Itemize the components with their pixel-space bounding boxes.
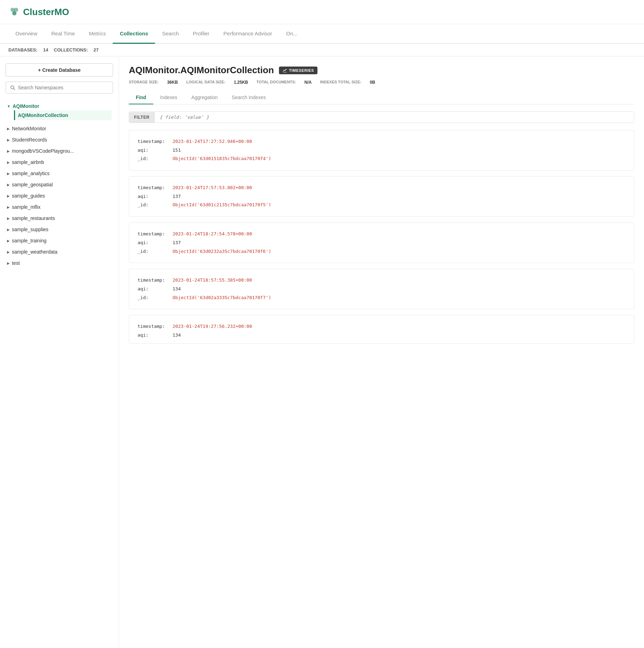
db-name-aqimonitor: AQIMonitor: [13, 103, 39, 109]
nav-item-performance-advisor[interactable]: Performance Advisor: [216, 24, 279, 44]
search-namespaces-input[interactable]: [18, 85, 108, 90]
db-header-studentrecords[interactable]: ▶ StudentRecords: [7, 137, 112, 143]
database-list: ▼ AQIMonitor AQIMonitorCollection ▶ Netw…: [6, 101, 113, 269]
logo: ClusterMO: [8, 6, 69, 18]
documents-list: timestamp: 2023-01-24T17:27:52.946+00:00…: [129, 130, 634, 344]
db-item-sample-restaurants[interactable]: ▶ sample_restaurants: [6, 213, 113, 224]
sub-tabs: Find Indexes Aggregation Search Indexes: [129, 91, 634, 104]
doc-key-aqi-5: aqi:: [138, 331, 173, 340]
nav-item-collections[interactable]: Collections: [113, 24, 155, 44]
chevron-right-icon-2: ▶: [7, 138, 10, 142]
db-item-studentrecords[interactable]: ▶ StudentRecords: [6, 134, 113, 145]
doc-field-aqi-3: aqi: 137: [138, 239, 625, 247]
db-item-sample-supplies[interactable]: ▶ sample_supplies: [6, 224, 113, 235]
db-name-sample-training: sample_training: [12, 238, 47, 243]
databases-count: 14: [43, 47, 48, 53]
nav-item-metrics[interactable]: Metrics: [82, 24, 113, 44]
svg-line-4: [14, 89, 15, 90]
db-header-sample-airbnb[interactable]: ▶ sample_airbnb: [7, 159, 112, 165]
layout: + Create Database ▼ AQIMonitor AQIMonito…: [0, 56, 644, 648]
db-name-sample-supplies: sample_supplies: [12, 227, 48, 232]
chevron-right-icon-5: ▶: [7, 172, 10, 175]
chevron-right-icon-12: ▶: [7, 250, 10, 254]
db-item-sample-training[interactable]: ▶ sample_training: [6, 235, 113, 246]
db-header-sample-analytics[interactable]: ▶ sample_analytics: [7, 171, 112, 176]
sidebar: + Create Database ▼ AQIMonitor AQIMonito…: [0, 56, 119, 648]
doc-value-timestamp-5: 2023-01-24T19:27:56.232+00:00: [173, 322, 252, 331]
db-header-sample-restaurants[interactable]: ▶ sample_restaurants: [7, 215, 112, 221]
nav-item-search[interactable]: Search: [155, 24, 186, 44]
db-header-networkmonitor[interactable]: ▶ NetworkMonitor: [7, 126, 112, 131]
tab-search-indexes[interactable]: Search Indexes: [225, 91, 273, 104]
document-card-5: timestamp: 2023-01-24T19:27:56.232+00:00…: [129, 315, 634, 343]
create-database-button[interactable]: + Create Database: [6, 63, 113, 77]
db-item-sample-weatherdata[interactable]: ▶ sample_weatherdata: [6, 246, 113, 257]
db-header-mongodbvscode[interactable]: ▶ mongodbVSCodePlaygrou...: [7, 148, 112, 154]
doc-key-id-3: _id:: [138, 247, 173, 256]
collection-header: AQIMonitor.AQIMonitorCollection TIMESERI…: [129, 65, 634, 76]
db-name-test: test: [12, 260, 20, 266]
doc-key-id: _id:: [138, 154, 173, 163]
filter-button[interactable]: FILTER: [129, 112, 155, 123]
doc-value-id-4: ObjectId('63d02a3335c7bdcaa70170f7'): [173, 294, 271, 302]
total-docs-val: N/A: [304, 80, 312, 85]
total-docs-label: TOTAL DOCUMENTS:: [257, 80, 296, 85]
doc-value-aqi-1: 151: [173, 146, 181, 155]
db-header-sample-weatherdata[interactable]: ▶ sample_weatherdata: [7, 249, 112, 255]
tab-indexes[interactable]: Indexes: [153, 91, 184, 104]
main-content: AQIMonitor.AQIMonitorCollection TIMESERI…: [119, 56, 644, 648]
doc-value-aqi-4: 134: [173, 285, 181, 294]
collection-list-aqimonitor: AQIMonitorCollection: [14, 110, 112, 120]
doc-field-id-4: _id: ObjectId('63d02a3335c7bdcaa70170f7'…: [138, 294, 625, 302]
collection-title: AQIMonitor.AQIMonitorCollection: [129, 65, 274, 76]
doc-field-timestamp-3: timestamp: 2023-01-24T18:27:54.578+00:00: [138, 230, 625, 239]
document-card-4: timestamp: 2023-01-24T18:57:55.385+00:00…: [129, 269, 634, 309]
db-item-sample-guides[interactable]: ▶ sample_guides: [6, 190, 113, 201]
db-header-test[interactable]: ▶ test: [7, 260, 112, 266]
nav-item-overview[interactable]: Overview: [8, 24, 44, 44]
db-header-aqimonitor[interactable]: ▼ AQIMonitor: [7, 103, 112, 109]
nav-item-profiler[interactable]: Profiler: [186, 24, 217, 44]
doc-key-id-2: _id:: [138, 201, 173, 209]
nav-item-more[interactable]: On...: [279, 24, 305, 44]
main-nav: Overview Real Time Metrics Collections S…: [0, 24, 644, 44]
db-name-sample-geospatial: sample_geospatial: [12, 182, 53, 187]
db-header-sample-mflix[interactable]: ▶ sample_mflix: [7, 204, 112, 210]
doc-key-aqi-4: aqi:: [138, 285, 173, 294]
search-namespaces-box[interactable]: [6, 82, 113, 94]
meta-bar: STORAGE SIZE: 36KB LOGICAL DATA SIZE: 1.…: [129, 80, 634, 85]
db-item-sample-analytics[interactable]: ▶ sample_analytics: [6, 168, 113, 179]
doc-key-aqi-3: aqi:: [138, 239, 173, 247]
chevron-right-icon-4: ▶: [7, 160, 10, 164]
doc-key-id-4: _id:: [138, 294, 173, 302]
db-header-sample-training[interactable]: ▶ sample_training: [7, 238, 112, 243]
filter-input[interactable]: [155, 112, 634, 123]
db-item-sample-geospatial[interactable]: ▶ sample_geospatial: [6, 179, 113, 190]
tab-aggregation[interactable]: Aggregation: [184, 91, 225, 104]
document-card-3: timestamp: 2023-01-24T18:27:54.578+00:00…: [129, 222, 634, 263]
db-item-test[interactable]: ▶ test: [6, 257, 113, 269]
db-name-sample-weatherdata: sample_weatherdata: [12, 249, 57, 255]
db-item-networkmonitor[interactable]: ▶ NetworkMonitor: [6, 123, 113, 134]
db-item-mongodbvscode[interactable]: ▶ mongodbVSCodePlaygrou...: [6, 145, 113, 157]
db-item-sample-mflix[interactable]: ▶ sample_mflix: [6, 201, 113, 213]
doc-field-aqi-1: aqi: 151: [138, 146, 625, 155]
storage-size-label: STORAGE SIZE:: [129, 80, 159, 85]
doc-key-aqi-2: aqi:: [138, 192, 173, 201]
doc-field-id-1: _id: ObjectId('63d0151835c7bdcaa70170f4'…: [138, 154, 625, 163]
chevron-right-icon-3: ▶: [7, 149, 10, 153]
timeseries-label: TIMESERIES: [289, 68, 314, 73]
db-header-sample-supplies[interactable]: ▶ sample_supplies: [7, 227, 112, 232]
document-card-2: timestamp: 2023-01-24T17:57:53.802+00:00…: [129, 176, 634, 217]
tab-find[interactable]: Find: [129, 91, 153, 104]
db-header-sample-geospatial[interactable]: ▶ sample_geospatial: [7, 182, 112, 187]
logical-data-val: 1.25KB: [234, 80, 248, 85]
filter-bar: FILTER: [129, 111, 634, 123]
db-item-aqimonitor[interactable]: ▼ AQIMonitor AQIMonitorCollection: [6, 101, 113, 123]
doc-value-aqi-2: 137: [173, 192, 181, 201]
db-header-sample-guides[interactable]: ▶ sample_guides: [7, 193, 112, 199]
db-item-sample-airbnb[interactable]: ▶ sample_airbnb: [6, 157, 113, 168]
nav-item-realtime[interactable]: Real Time: [44, 24, 82, 44]
db-name-sample-mflix: sample_mflix: [12, 204, 41, 210]
collection-item-aqimonitorcollection[interactable]: AQIMonitorCollection: [14, 110, 112, 120]
